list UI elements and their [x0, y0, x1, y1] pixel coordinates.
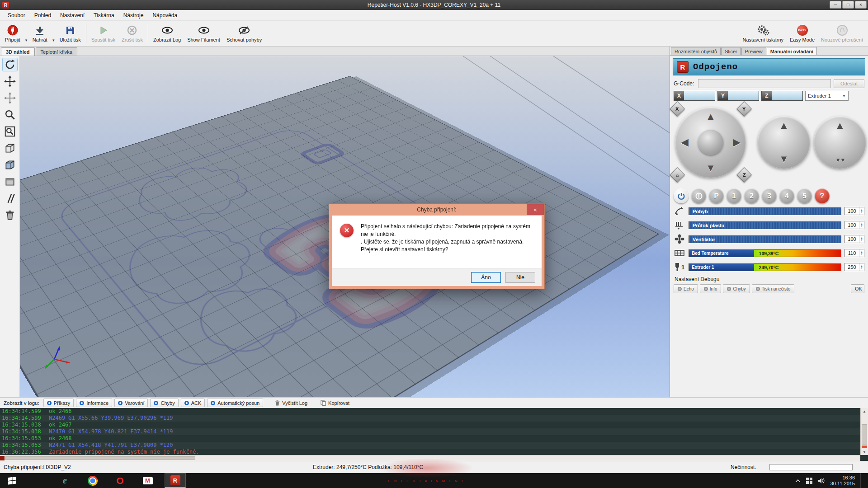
jog-down-arrow-icon[interactable]: ▼: [706, 163, 716, 173]
cancel-print-button[interactable]: Zrušit tisk: [118, 22, 146, 45]
tab-preview[interactable]: Preview: [741, 47, 766, 55]
save-print-button[interactable]: Uložit tisk: [57, 22, 84, 45]
zoom-fit-button[interactable]: [2, 125, 18, 138]
jog-left-arrow-icon[interactable]: ◀: [681, 137, 689, 147]
bed-temperature-bar[interactable]: Bed Temperature 109,39°C: [689, 249, 841, 257]
z-up-arrow-icon[interactable]: ▲: [779, 121, 789, 131]
load-dropdown-arrow-icon[interactable]: ▾: [51, 22, 57, 45]
dialog-yes-button[interactable]: Áno: [471, 272, 501, 283]
preset-3-button[interactable]: 3: [762, 188, 777, 203]
view-perspective-button[interactable]: [2, 141, 18, 155]
home-all-button[interactable]: ⌂: [670, 167, 685, 183]
clear-log-button[interactable]: Vyčistit Log: [271, 399, 311, 407]
preset-2-button[interactable]: 2: [744, 188, 759, 203]
hide-travel-button[interactable]: Schovat pohyby: [223, 22, 265, 45]
start-print-button[interactable]: Spustit tisk: [88, 22, 118, 45]
easy-mode-button[interactable]: EASY Easy Mode: [787, 22, 818, 45]
view-top-button[interactable]: [2, 158, 18, 172]
start-button[interactable]: [0, 473, 24, 488]
preset-4-button[interactable]: 4: [779, 188, 794, 203]
extrude-arrow-icon[interactable]: ▼▼: [835, 157, 845, 163]
connect-button[interactable]: Připojit: [2, 22, 24, 45]
send-gcode-button[interactable]: Odeslat: [834, 79, 864, 88]
speed-value-box[interactable]: 100▲▼: [844, 207, 864, 215]
move-view-button[interactable]: [2, 75, 18, 88]
debug-ok-button[interactable]: OK: [851, 284, 864, 293]
home-y-button[interactable]: Y: [736, 101, 752, 117]
extruder-select[interactable]: Extruder 1▼: [805, 91, 849, 101]
copy-log-button[interactable]: Kopírovat: [316, 399, 354, 407]
jog-up-arrow-icon[interactable]: ▲: [706, 112, 716, 122]
taskbar-gmail[interactable]: M: [137, 473, 158, 488]
retract-arrow-icon[interactable]: ▲: [835, 121, 845, 131]
menu-pohled[interactable]: Pohled: [30, 11, 55, 20]
tab-rozmisteni-objektu[interactable]: Rozmístění objektů: [671, 47, 721, 55]
taskbar-chrome[interactable]: [82, 473, 103, 488]
log-output[interactable]: 16:34:14.599ok 2466 16:34:14.599N2469 G1…: [0, 408, 868, 461]
fan-slider[interactable]: Ventilátor: [689, 235, 841, 243]
debug-info-button[interactable]: Info: [700, 284, 722, 293]
flow-value-box[interactable]: 100▲▼: [844, 221, 864, 229]
tab-slicer[interactable]: Slicer: [721, 47, 741, 55]
load-button[interactable]: Nahrát: [29, 22, 51, 45]
power-button[interactable]: [674, 188, 689, 203]
log-horizontal-scrollbar[interactable]: [0, 455, 860, 461]
filter-ack-button[interactable]: ACK: [181, 399, 205, 407]
home-x-button[interactable]: X: [670, 101, 685, 117]
taskbar-opera[interactable]: O: [109, 473, 131, 488]
speed-multiplier-slider[interactable]: Pohyb: [689, 207, 841, 215]
help-button[interactable]: ?: [815, 188, 830, 203]
xy-jog-pad[interactable]: ▲ ▼ ◀ ▶: [675, 107, 746, 178]
tab-teplotni-krivka[interactable]: Teplotní křivka: [36, 47, 77, 56]
extruder-temperature-bar[interactable]: Extruder 1 249,70°C: [689, 263, 841, 271]
menu-nastroje[interactable]: Nástroje: [119, 11, 148, 20]
show-log-button[interactable]: Zobrazit Log: [150, 22, 184, 45]
filter-commands-button[interactable]: Příkazy: [43, 399, 74, 407]
flow-multiplier-slider[interactable]: Průtok plastu: [689, 221, 841, 229]
extruder-temperature-target-box[interactable]: 250▲▼: [844, 263, 864, 271]
tab-manualni-ovladani[interactable]: Manuální ovládání: [767, 47, 817, 55]
printer-settings-button[interactable]: Nastavení tiskárny: [740, 22, 787, 45]
bed-temperature-target-box[interactable]: 110▲▼: [844, 249, 864, 257]
gcode-input[interactable]: [698, 79, 831, 88]
menu-tiskarna[interactable]: Tiskárna: [90, 11, 118, 20]
debug-echo-button[interactable]: Echo: [674, 284, 698, 293]
fan-value-box[interactable]: 100▲▼: [844, 235, 864, 243]
debug-dry-run-button[interactable]: Tisk nanečisto: [752, 284, 795, 293]
jog-center-knob[interactable]: [698, 130, 723, 155]
debug-errors-button[interactable]: Chyby: [723, 284, 750, 293]
home-z-button[interactable]: Z: [736, 167, 752, 183]
menu-soubor[interactable]: Soubor: [4, 11, 29, 20]
dialog-close-button[interactable]: ×: [527, 204, 544, 215]
taskbar-ie[interactable]: e: [54, 473, 75, 488]
menu-nastaveni[interactable]: Nastavení: [56, 11, 89, 20]
taskbar-repetier-host[interactable]: R: [165, 473, 186, 488]
delete-object-button[interactable]: [2, 208, 18, 222]
minimize-button[interactable]: ─: [830, 1, 841, 9]
emergency-stop-button[interactable]: Nouzové přerušení: [818, 22, 866, 45]
volume-button[interactable]: [818, 478, 825, 484]
extruder-jog-pad[interactable]: ▲ ▼▼: [814, 116, 866, 169]
action-center-button[interactable]: [806, 478, 812, 484]
close-button[interactable]: ×: [855, 1, 867, 9]
maximize-button[interactable]: □: [842, 1, 854, 9]
filter-errors-button[interactable]: Chyby: [150, 399, 178, 407]
dialog-no-button[interactable]: Nie: [505, 272, 535, 283]
z-jog-pad[interactable]: ▲ ▼: [758, 116, 810, 169]
preset-5-button[interactable]: 5: [797, 188, 812, 203]
z-down-arrow-icon[interactable]: ▼: [779, 154, 789, 164]
filter-autoscroll-button[interactable]: Automatický posun: [207, 399, 263, 407]
tab-3d-nahled[interactable]: 3D náhled: [1, 47, 35, 56]
move-object-button[interactable]: [2, 91, 18, 105]
atx-power-button[interactable]: [691, 188, 706, 203]
filter-warnings-button[interactable]: Varování: [114, 399, 148, 407]
view-front-button[interactable]: [2, 175, 18, 188]
clock[interactable]: 16:36 30.11.2015: [830, 475, 855, 487]
rotate-view-button[interactable]: [2, 58, 18, 71]
log-vertical-scrollbar[interactable]: ▲ ▼: [860, 408, 868, 455]
show-filament-button[interactable]: Show Filament: [184, 22, 223, 45]
jog-right-arrow-icon[interactable]: ▶: [733, 137, 741, 147]
connect-dropdown-arrow-icon[interactable]: ▾: [24, 22, 29, 45]
show-hidden-icons-button[interactable]: [795, 479, 801, 483]
filter-info-button[interactable]: Informace: [76, 399, 112, 407]
